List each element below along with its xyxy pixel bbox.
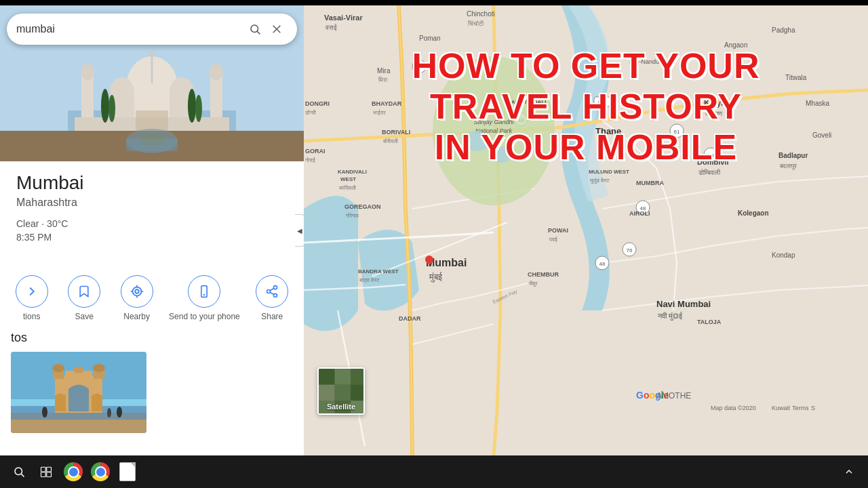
svg-rect-141 bbox=[335, 369, 351, 385]
svg-text:848: 848 bbox=[597, 100, 607, 106]
svg-text:वसई: वसई bbox=[325, 24, 337, 31]
svg-text:Joo-Nandurkhi: Joo-Nandurkhi bbox=[629, 58, 669, 65]
svg-text:BHAYDAR: BHAYDAR bbox=[372, 100, 402, 107]
svg-text:कांदिवली: कांदिवली bbox=[338, 185, 356, 191]
svg-text:CHEMBUR: CHEMBUR bbox=[528, 271, 559, 278]
svg-rect-27 bbox=[141, 133, 163, 145]
content-area: Mumbai Maharashtra Clear · 30°C 8:35 PM … bbox=[0, 5, 868, 455]
taskbar-taskview-icon[interactable] bbox=[35, 461, 57, 483]
svg-point-20 bbox=[101, 89, 109, 123]
svg-point-52 bbox=[107, 408, 111, 418]
file-icon bbox=[119, 462, 136, 481]
share-button[interactable]: Share bbox=[252, 275, 292, 323]
svg-text:MUMBRA: MUMBRA bbox=[636, 180, 664, 186]
svg-rect-154 bbox=[47, 472, 52, 477]
directions-icon bbox=[16, 275, 48, 308]
svg-text:Mira: Mira bbox=[377, 67, 391, 75]
svg-text:Navi Mumbai: Navi Mumbai bbox=[656, 299, 711, 309]
svg-text:61: 61 bbox=[674, 129, 680, 135]
save-label: Save bbox=[75, 312, 93, 323]
taskbar-file-icon[interactable] bbox=[117, 461, 138, 483]
svg-text:Terms: Terms bbox=[792, 405, 809, 411]
directions-label: tions bbox=[23, 312, 40, 323]
svg-text:Map data ©2020: Map data ©2020 bbox=[711, 405, 756, 411]
search-bar bbox=[7, 14, 297, 45]
svg-rect-143 bbox=[319, 385, 335, 401]
svg-text:Kalyan: Kalyan bbox=[704, 98, 730, 108]
svg-text:48: 48 bbox=[416, 64, 422, 70]
taskbar-chrome-browser-icon[interactable] bbox=[62, 461, 84, 483]
map-background: 48 48 48 61 48 76 80 bbox=[304, 5, 868, 455]
taskbar bbox=[0, 455, 868, 488]
svg-point-54 bbox=[73, 367, 84, 373]
action-buttons-row: tions Save bbox=[0, 270, 304, 328]
chrome-icon bbox=[64, 462, 83, 481]
svg-rect-10 bbox=[81, 73, 94, 119]
svg-point-22 bbox=[188, 89, 196, 123]
photos-scroll bbox=[11, 352, 293, 433]
svg-text:Vasai-Virar: Vasai-Virar bbox=[324, 14, 363, 22]
svg-text:मुलुंड वेस्ट: मुलुंड वेस्ट bbox=[589, 177, 610, 184]
nearby-icon bbox=[121, 275, 153, 308]
svg-text:बदलापुर: बदलापुर bbox=[779, 163, 797, 170]
svg-rect-12 bbox=[210, 73, 222, 119]
svg-text:मिरा: मिरा bbox=[378, 77, 388, 83]
nearby-button[interactable]: Nearby bbox=[117, 275, 157, 323]
satellite-label: Satellite bbox=[319, 403, 363, 411]
send-to-phone-icon bbox=[188, 275, 220, 308]
clear-search-button[interactable] bbox=[266, 18, 288, 40]
map-area[interactable]: 48 48 48 61 48 76 80 bbox=[304, 5, 868, 455]
svg-text:गोरेगाव: गोरेगाव bbox=[345, 212, 359, 219]
taskbar-search-icon[interactable] bbox=[8, 461, 30, 483]
svg-text:Dombivli: Dombivli bbox=[697, 158, 728, 166]
satellite-toggle-button[interactable]: Satellite bbox=[317, 367, 365, 415]
svg-text:चेंबुर: चेंबुर bbox=[528, 280, 538, 287]
svg-point-11 bbox=[81, 64, 94, 80]
svg-text:Poman: Poman bbox=[419, 35, 441, 42]
svg-point-36 bbox=[274, 286, 277, 289]
svg-rect-142 bbox=[351, 369, 363, 385]
svg-line-150 bbox=[21, 474, 24, 476]
svg-text:Sanjay Gandhi: Sanjay Gandhi bbox=[473, 119, 514, 125]
svg-text:76: 76 bbox=[627, 247, 633, 253]
svg-point-9 bbox=[149, 52, 155, 57]
svg-text:Padgha: Padgha bbox=[772, 26, 795, 34]
svg-text:Thane: Thane bbox=[595, 126, 621, 136]
photo-thumbnail[interactable] bbox=[11, 352, 146, 433]
sidebar: Mumbai Maharashtra Clear · 30°C 8:35 PM … bbox=[0, 5, 304, 455]
chrome-app-icon bbox=[91, 462, 110, 481]
svg-text:ठाणे: ठाणे bbox=[596, 139, 607, 147]
svg-rect-144 bbox=[335, 385, 351, 401]
svg-point-28 bbox=[135, 289, 139, 293]
svg-point-49 bbox=[93, 364, 105, 372]
taskbar-chrome-app-icon[interactable] bbox=[90, 461, 111, 483]
svg-text:KANDIVALI: KANDIVALI bbox=[338, 169, 367, 175]
save-button[interactable]: Save bbox=[64, 275, 104, 323]
svg-text:भाईदर: भाईदर bbox=[373, 109, 386, 116]
svg-text:नवी मुं◎ई: नवी मुं◎ई bbox=[657, 312, 683, 321]
svg-point-0 bbox=[251, 25, 258, 33]
svg-text:48: 48 bbox=[599, 261, 606, 267]
send-to-phone-button[interactable]: Send to your phone bbox=[169, 275, 240, 323]
svg-text:TALOJA: TALOJA bbox=[697, 319, 722, 325]
svg-text:Chinchoti: Chinchoti bbox=[467, 10, 495, 18]
svg-rect-140 bbox=[319, 369, 335, 385]
svg-line-1 bbox=[257, 31, 260, 34]
search-button[interactable] bbox=[244, 18, 266, 40]
svg-text:चिंचोटी: चिंचोटी bbox=[467, 20, 484, 27]
screen: Mumbai Maharashtra Clear · 30°C 8:35 PM … bbox=[0, 0, 868, 488]
share-label: Share bbox=[261, 312, 283, 323]
taskbar-collapse-button[interactable] bbox=[838, 461, 860, 483]
photos-section: tos bbox=[0, 331, 304, 433]
collapse-sidebar-button[interactable]: ◀ bbox=[295, 214, 304, 247]
svg-text:MULUND WEST: MULUND WEST bbox=[589, 169, 629, 175]
svg-text:बोरीवली: बोरीवली bbox=[382, 138, 398, 144]
place-name: Mumbai bbox=[16, 172, 288, 194]
svg-text:KASARVADALI: KASARVADALI bbox=[507, 99, 546, 105]
svg-text:मुंबई: मुंबई bbox=[429, 272, 443, 283]
svg-text:Titwala: Titwala bbox=[785, 74, 807, 81]
directions-button[interactable]: tions bbox=[12, 275, 52, 323]
svg-point-51 bbox=[117, 407, 122, 418]
search-input[interactable] bbox=[16, 23, 244, 35]
svg-rect-152 bbox=[47, 467, 52, 472]
